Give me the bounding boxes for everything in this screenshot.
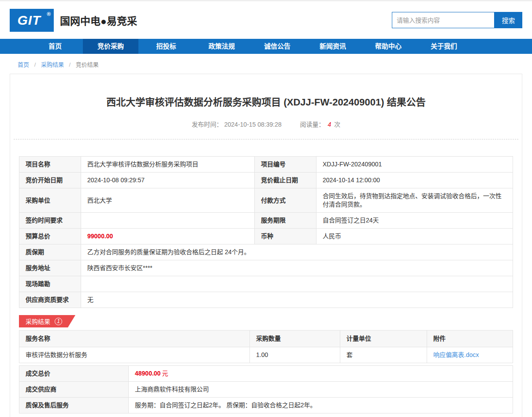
result-section: 采购结果 1 <box>19 315 513 327</box>
quantity-value: 1.00 <box>250 347 340 363</box>
service-period-value: 自合同签订之日24天 <box>316 213 513 229</box>
deal-total-value: 48900.00元 <box>129 366 513 382</box>
nav-item-tendering[interactable]: 招投标 <box>138 39 194 54</box>
qualification-value: 无 <box>81 292 513 308</box>
table-row: 签约时间要求 服务期限 自合同签订之日24天 <box>19 213 513 229</box>
project-name-label: 项目名称 <box>19 157 81 173</box>
search-button[interactable]: 搜索 <box>495 12 522 28</box>
project-name-value: 西北大学审核评估数据分析服务采购项目 <box>81 157 255 173</box>
brand: GIT ® 国网中电●易竞采 <box>10 9 137 32</box>
budget-value: 99000.00 <box>81 229 255 244</box>
dashed-divider <box>14 139 518 139</box>
bid-start-label: 竞价开始日期 <box>19 173 81 188</box>
publish-time-value: 2024-10-15 08:39:28 <box>224 121 282 128</box>
search-input[interactable] <box>392 12 495 28</box>
table-row: 审核评估数据分析服务 1.00 套 响应偏离表.docx <box>19 347 513 363</box>
breadcrumb-separator: / <box>69 61 71 68</box>
publish-info: 发布时间： 2024-10-15 08:39:28 阅读量： 4 次 <box>19 120 513 128</box>
table-row: 项目名称 西北大学审核评估数据分析服务采购项目 项目编号 XDJJ-FW-202… <box>19 157 513 173</box>
service-period-label: 服务期限 <box>255 213 316 229</box>
breadcrumb: 首页 / 采购结果 / 竞价结果 <box>0 54 532 74</box>
site-name: 国网中电●易竞采 <box>60 13 137 28</box>
nav-item-integrity-notices[interactable]: 诚信公告 <box>249 39 305 54</box>
result-items-table: 服务名称 采购数量 计量单位 附件 审核评估数据分析服务 1.00 套 响应偏离… <box>19 330 513 363</box>
budget-label: 预算总价 <box>19 229 81 244</box>
currency-label: 币种 <box>255 229 316 244</box>
page-title: 西北大学审核评估数据分析服务采购项目 (XDJJ-FW-202409001) 结… <box>19 94 513 108</box>
project-code-value: XDJJ-FW-202409001 <box>316 157 513 173</box>
supplier-label: 成交供应商 <box>19 382 129 398</box>
sign-time-label: 签约时间要求 <box>19 213 81 229</box>
table-header-row: 服务名称 采购数量 计量单位 附件 <box>19 331 513 347</box>
header: GIT ® 国网中电●易竞采 搜索 <box>0 1 532 39</box>
col-unit: 计量单位 <box>340 331 427 347</box>
nav-item-bidding-purchase[interactable]: 竞价采购 <box>83 39 138 54</box>
breadcrumb-purchase-results[interactable]: 采购结果 <box>41 61 64 68</box>
content-card: 西北大学审核评估数据分析服务采购项目 (XDJJ-FW-202409001) 结… <box>10 74 522 417</box>
project-code-label: 项目编号 <box>255 157 316 173</box>
table-row: 服务地址 陕西省西安市长安区**** <box>19 260 513 276</box>
table-row: 采购单位 西北大学 付款方式 合同生效后，待货物到达指定地点、安装调试验收合格后… <box>19 188 513 213</box>
attachment-cell: 响应偏离表.docx <box>427 347 513 363</box>
logo-text: GIT <box>18 13 41 28</box>
site-visit-value <box>81 276 513 292</box>
sign-time-value <box>81 213 255 229</box>
search-bar: 搜索 <box>392 12 522 28</box>
col-service-name: 服务名称 <box>19 331 250 347</box>
currency-value: 人民币 <box>316 229 513 244</box>
main-nav: 首页 竞价采购 招投标 政策法规 诚信公告 新闻资讯 帮助中心 关于我们 <box>0 39 532 54</box>
site-visit-label: 现场踏勘 <box>19 276 81 292</box>
nav-items: 首页 竞价采购 招投标 政策法规 诚信公告 新闻资讯 帮助中心 关于我们 <box>0 39 532 54</box>
service-address-value: 陕西省西安市长安区**** <box>81 260 513 276</box>
service-name-value: 审核评估数据分析服务 <box>19 347 250 363</box>
table-row: 成交供应商 上海商鼎软件科技有限公司 <box>19 382 513 398</box>
views-unit: 次 <box>334 121 340 128</box>
service-address-label: 服务地址 <box>19 260 81 276</box>
result-tab-label: 采购结果 <box>26 317 50 326</box>
publish-time-label: 发布时间： <box>192 121 223 128</box>
bid-end-label: 竞价截止日期 <box>255 173 316 188</box>
nav-item-help-center[interactable]: 帮助中心 <box>361 39 416 54</box>
payment-value: 合同生效后，待货物到达指定地点、安装调试验收合格后，一次性付清合同货款。 <box>316 188 513 213</box>
warranty-label: 质保期 <box>19 244 81 260</box>
warranty-value: 乙方对合同服务的质量保证期为验收合格后之日起 24个月。 <box>81 244 513 260</box>
breadcrumb-home[interactable]: 首页 <box>18 61 29 68</box>
project-info-table: 项目名称 西北大学审核评估数据分析服务采购项目 项目编号 XDJJ-FW-202… <box>19 156 513 308</box>
nav-item-about-us[interactable]: 关于我们 <box>416 39 472 54</box>
deal-total-label: 成交总价 <box>19 366 129 382</box>
col-attachment: 附件 <box>427 331 513 347</box>
nav-item-home[interactable]: 首页 <box>27 39 83 54</box>
table-row: 供应商资质要求 无 <box>19 292 513 308</box>
bid-start-value: 2024-10-08 09:29:57 <box>81 173 255 188</box>
qualification-label: 供应商资质要求 <box>19 292 81 308</box>
deal-total-amount: 48900.00 <box>135 370 160 377</box>
deal-summary-table: 成交总价 48900.00元 成交供应商 上海商鼎软件科技有限公司 质保及售后服… <box>19 365 513 413</box>
nav-item-policies[interactable]: 政策法规 <box>194 39 249 54</box>
breadcrumb-current: 竞价结果 <box>76 61 99 68</box>
budget-amount: 99000.00 <box>87 233 113 240</box>
nav-item-news[interactable]: 新闻资讯 <box>305 39 361 54</box>
result-tab: 采购结果 1 <box>19 315 75 327</box>
bid-end-value: 2024-10-14 12:00:00 <box>316 173 513 188</box>
registered-trademark-icon: ® <box>47 11 51 17</box>
payment-label: 付款方式 <box>255 188 316 213</box>
breadcrumb-separator: / <box>34 61 36 68</box>
purchaser-value: 西北大学 <box>81 188 255 213</box>
supplier-value: 上海商鼎软件科技有限公司 <box>129 382 513 398</box>
aftersale-value: 服务期：自合同签订之日起2年。 质保期：自验收合格之日起2年。 <box>129 398 513 413</box>
col-quantity: 采购数量 <box>250 331 340 347</box>
purchaser-label: 采购单位 <box>19 188 81 213</box>
table-row: 竞价开始日期 2024-10-08 09:29:57 竞价截止日期 2024-1… <box>19 173 513 188</box>
table-row: 质保及售后服务 服务期：自合同签订之日起2年。 质保期：自验收合格之日起2年。 <box>19 398 513 413</box>
table-row: 质保期 乙方对合同服务的质量保证期为验收合格后之日起 24个月。 <box>19 244 513 260</box>
aftersale-label: 质保及售后服务 <box>19 398 129 413</box>
table-row: 现场踏勘 <box>19 276 513 292</box>
views-count: 4 <box>327 121 331 128</box>
table-row: 预算总价 99000.00 币种 人民币 <box>19 229 513 244</box>
result-count-badge: 1 <box>55 318 62 325</box>
deal-total-unit: 元 <box>162 370 168 377</box>
git-logo: GIT ® <box>10 9 54 32</box>
attachment-link[interactable]: 响应偏离表.docx <box>433 351 479 358</box>
unit-value: 套 <box>340 347 427 363</box>
table-row: 成交总价 48900.00元 <box>19 366 513 382</box>
